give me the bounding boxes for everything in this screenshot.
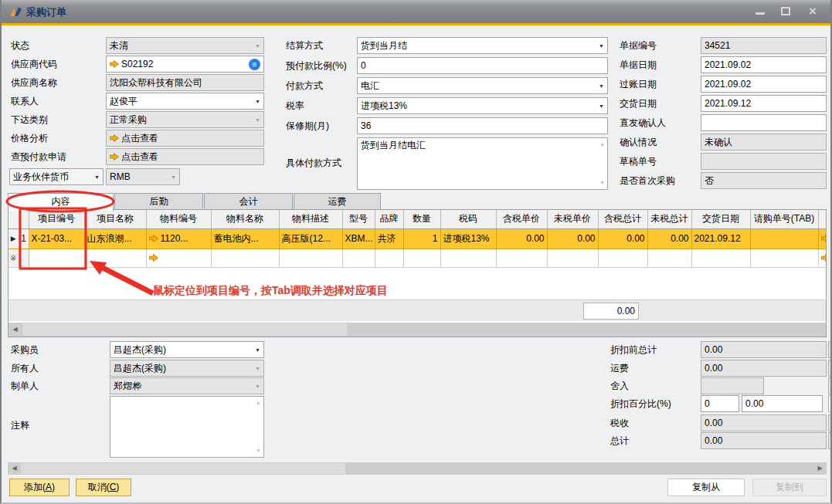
- cell-total-tax[interactable]: 0.00: [598, 228, 647, 249]
- buyer-dropdown[interactable]: 昌超杰(采购)▼: [110, 341, 264, 358]
- cell-total-net[interactable]: 0.00: [647, 228, 691, 249]
- supplier-code-field[interactable]: S02192 ≡: [106, 56, 264, 73]
- cell-item-name[interactable]: [84, 249, 146, 267]
- cell-req-no[interactable]: [750, 228, 818, 249]
- cell-unit-price-net[interactable]: [547, 249, 598, 267]
- payment-detail-textarea[interactable]: 货到当月结电汇 ▲ ▼: [357, 137, 608, 190]
- prepay-request-link[interactable]: 点击查看: [106, 148, 264, 165]
- supplier-code-label: 供应商代码: [11, 56, 57, 73]
- doc-date-input[interactable]: 2021.09.02: [701, 56, 827, 73]
- cell-brand[interactable]: 共济: [375, 228, 403, 249]
- scrollbar-thumb[interactable]: [22, 323, 347, 336]
- grid-horizontal-scrollbar[interactable]: ◀: [8, 323, 826, 337]
- link-arrow-icon[interactable]: [821, 254, 827, 262]
- rounding-label: 舍入: [610, 377, 629, 394]
- discount-percent-input[interactable]: 0: [701, 395, 739, 412]
- grand-total-label: 总计: [610, 432, 629, 449]
- cell-req-no[interactable]: [750, 249, 818, 267]
- link-arrow-icon[interactable]: [149, 235, 158, 242]
- row-number: 1: [19, 228, 29, 249]
- link-arrow-icon[interactable]: [110, 153, 119, 161]
- posting-date-input[interactable]: 2021.09.02: [701, 76, 827, 93]
- contact-dropdown[interactable]: 赵俊平▼: [106, 93, 264, 110]
- delivery-date-input[interactable]: 2021.09.12: [701, 95, 827, 112]
- cell-delivery-date[interactable]: [691, 249, 750, 267]
- currency-mode-dropdown[interactable]: 业务伙伴货币▼: [9, 168, 104, 185]
- cell-material-name[interactable]: [211, 249, 279, 267]
- cell-qty[interactable]: [403, 249, 440, 267]
- scroll-left-icon[interactable]: ◀: [8, 323, 22, 337]
- payment-method-dropdown[interactable]: 电汇▼: [357, 77, 608, 94]
- tab-freight[interactable]: 运费: [294, 193, 381, 210]
- link-arrow-icon[interactable]: [149, 254, 158, 262]
- cell-model[interactable]: [342, 249, 375, 267]
- warranty-input[interactable]: 36: [357, 117, 608, 134]
- scroll-down-icon[interactable]: ▼: [599, 180, 605, 186]
- scroll-down-icon[interactable]: ▼: [256, 448, 261, 454]
- cell-unit-price-tax[interactable]: 0.00: [496, 228, 547, 249]
- direct-confirm-input[interactable]: [701, 114, 827, 131]
- cell-total-net[interactable]: [647, 249, 691, 267]
- cell-material-name[interactable]: 蓄电池内...: [211, 228, 279, 249]
- cell-item-code[interactable]: [29, 249, 84, 267]
- cell-material-desc[interactable]: [279, 249, 342, 267]
- grand-total-field: 0.00: [701, 432, 827, 449]
- choose-from-list-icon[interactable]: ≡: [249, 59, 260, 70]
- maximize-button[interactable]: [776, 5, 796, 19]
- cell-material-code[interactable]: 1120...: [146, 228, 211, 249]
- cell-unit-price-tax[interactable]: [496, 249, 547, 267]
- row-marker-header: [8, 210, 19, 228]
- cell-clipped[interactable]: [818, 228, 827, 249]
- cell-total-tax[interactable]: [598, 249, 647, 267]
- price-analysis-link[interactable]: 点击查看: [106, 130, 264, 147]
- contact-label: 联系人: [11, 93, 39, 110]
- discount-amount-input[interactable]: 0.00: [742, 395, 823, 412]
- tab-logistics[interactable]: 后勤: [114, 193, 203, 210]
- cell-unit-price-net[interactable]: 0.00: [547, 228, 598, 249]
- copy-to-button[interactable]: 复制到: [752, 479, 827, 496]
- col-brand: 品牌: [375, 210, 403, 228]
- prepay-ratio-input[interactable]: 0: [357, 57, 608, 74]
- scroll-right-icon[interactable]: ▶: [813, 462, 827, 475]
- cell-material-code[interactable]: [146, 249, 211, 267]
- col-unit-price-tax: 含税单价: [496, 210, 547, 228]
- scrollbar-thumb[interactable]: [21, 463, 345, 474]
- scroll-up-icon[interactable]: ▲: [256, 400, 261, 406]
- link-arrow-icon[interactable]: [110, 134, 119, 142]
- tab-content[interactable]: 内容: [8, 193, 114, 211]
- cell-clipped[interactable]: [818, 249, 827, 267]
- link-arrow-icon[interactable]: [110, 60, 119, 68]
- release-type-field: 正常采购▼: [106, 111, 264, 128]
- close-button[interactable]: ×: [803, 5, 823, 19]
- scroll-up-icon[interactable]: ▲: [599, 141, 605, 147]
- col-delivery-date: 交货日期: [691, 210, 750, 228]
- scroll-left-icon[interactable]: ◀: [8, 462, 21, 475]
- settlement-dropdown[interactable]: 货到当月结▼: [357, 37, 608, 54]
- minimize-button[interactable]: [750, 5, 770, 19]
- cell-delivery-date[interactable]: 2021.09.12: [691, 228, 750, 249]
- remarks-textarea[interactable]: ▲ ▼: [110, 396, 264, 458]
- minimize-icon: [756, 12, 765, 15]
- cell-tax-code[interactable]: [440, 249, 496, 267]
- cell-tax-code[interactable]: 进项税13%: [440, 228, 496, 249]
- status-field[interactable]: 未清▼: [106, 37, 264, 54]
- link-arrow-icon[interactable]: [821, 235, 827, 242]
- buyer-label: 采购员: [11, 341, 39, 358]
- cell-material-desc[interactable]: 高压版(12...: [279, 228, 342, 249]
- tab-accounting[interactable]: 会计: [204, 193, 293, 210]
- annotation-text: 鼠标定位到项目编号，按Tab调取并选择对应项目: [153, 284, 388, 298]
- freight-label: 运费: [610, 360, 629, 377]
- add-button[interactable]: 添加(A): [9, 479, 70, 496]
- form-horizontal-scrollbar[interactable]: ◀ ▶: [8, 462, 827, 475]
- col-material-name: 物料名称: [211, 210, 279, 228]
- total-before-discount-label: 折扣前总计: [610, 341, 657, 358]
- cell-model[interactable]: XBM...: [342, 228, 375, 249]
- cancel-button[interactable]: 取消(C): [76, 479, 131, 496]
- cell-brand[interactable]: [375, 249, 403, 267]
- copy-from-button[interactable]: 复制从: [667, 479, 745, 496]
- currency-clip-field: R: [828, 377, 832, 394]
- tax-rate-dropdown[interactable]: 进项税13%▼: [357, 97, 608, 114]
- cell-item-code[interactable]: X-21-03...: [29, 228, 84, 249]
- cell-item-name[interactable]: 山东浪潮...: [84, 228, 146, 249]
- cell-qty[interactable]: 1: [403, 228, 440, 249]
